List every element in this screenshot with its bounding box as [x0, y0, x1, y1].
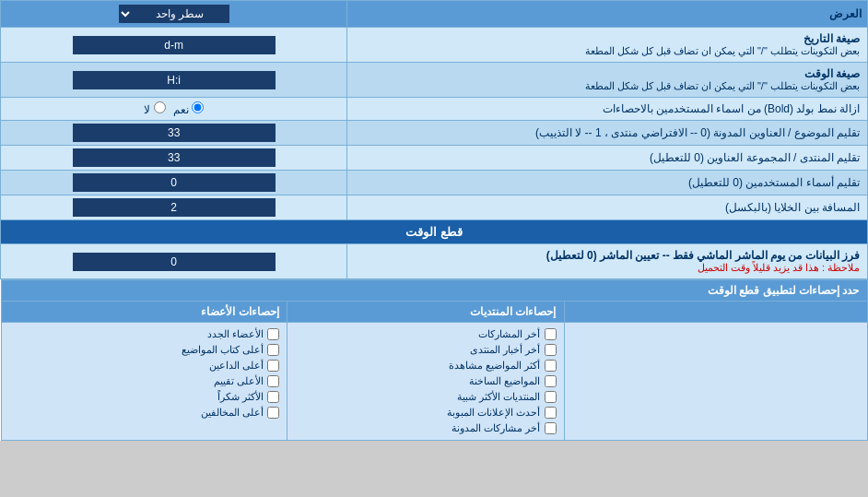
time-format-title: صيغة الوقت [355, 67, 860, 80]
check-most-viewed[interactable] [545, 360, 557, 372]
radio-no-label: لا [144, 101, 165, 116]
display-select[interactable]: سطر واحد سطران ثلاثة أسطر [119, 5, 229, 23]
check-last-posts[interactable] [545, 328, 557, 340]
cutoff-input[interactable] [73, 253, 276, 271]
radio-yes-label: نعم [173, 101, 204, 116]
bold-remove-radio-cell: نعم لا [1, 98, 347, 121]
check-item-5: المنتديات الأكثر شبية [295, 389, 557, 405]
check-last-blog-posts[interactable] [545, 422, 557, 434]
date-format-input[interactable] [73, 36, 276, 54]
check-top-inviters: أعلى الداعين [9, 358, 279, 373]
row-cell-spacing: المسافة بين الخلايا (بالبكسل) [1, 195, 868, 220]
check-latest-ads[interactable] [545, 407, 557, 419]
row-checkboxes-header: حدد إحصاءات لتطبيق قطع الوقت إحصاءات الم… [1, 279, 868, 442]
checkboxes-content-row: أخر المشاركات أخر أخبار المنتدى أكثر الم… [1, 323, 867, 441]
check-popular-forums[interactable] [545, 391, 557, 403]
check-top-inviters-input[interactable] [267, 360, 279, 372]
bold-remove-radio-group: نعم لا [6, 101, 342, 116]
check-top-violators-input[interactable] [267, 407, 279, 419]
checkboxes-title-left [564, 323, 867, 441]
check-top-topic-writers-input[interactable] [267, 344, 279, 356]
row-display: العرض سطر واحد سطران ثلاثة أسطر [1, 1, 868, 28]
date-format-label: صيغة التاريخ بعض التكوينات يتطلب "/" الت… [347, 28, 868, 63]
time-format-label: صيغة الوقت بعض التكوينات يتطلب "/" التي … [347, 63, 868, 98]
row-bold-remove: ازالة نمط بولد (Bold) من اسماء المستخدمي… [1, 98, 868, 121]
checkboxes-area: حدد إحصاءات لتطبيق قطع الوقت إحصاءات الم… [1, 279, 868, 442]
time-format-sublabel: بعض التكوينات يتطلب "/" التي يمكن ان تضا… [355, 80, 860, 92]
row-cutoff: فرز البيانات من يوم الماشر الماشي فقط --… [1, 244, 868, 279]
check-top-rated: الأعلى تقييم [9, 373, 279, 389]
cutoff-input-cell [1, 244, 347, 279]
radio-no[interactable] [154, 101, 166, 113]
bold-remove-label: ازالة نمط بولد (Bold) من اسماء المستخدمي… [347, 98, 868, 121]
cutoff-label: فرز البيانات من يوم الماشر الماشي فقط --… [347, 244, 868, 279]
time-format-input-cell [1, 63, 347, 98]
row-time-format: صيغة الوقت بعض التكوينات يتطلب "/" التي … [1, 63, 868, 98]
col1-checkboxes: أخر المشاركات أخر أخبار المنتدى أكثر الم… [287, 323, 564, 441]
check-item-6: أحدث الإعلانات المبوبة [295, 405, 557, 420]
trim-forum-input[interactable] [73, 148, 276, 167]
col2-checkboxes: الأعضاء الجدد أعلى كتاب المواضيع أعلى ال… [1, 323, 287, 441]
check-most-thanked-input[interactable] [267, 391, 279, 403]
checkboxes-section-title: حدد إحصاءات لتطبيق قطع الوقت [1, 280, 867, 302]
check-item-1: أخر المشاركات [295, 326, 557, 342]
row-trim-topic: تقليم الموضوع / العناوين المدونة (0 -- ا… [1, 121, 868, 146]
date-format-input-cell [1, 28, 347, 63]
display-select-cell: سطر واحد سطران ثلاثة أسطر [1, 1, 347, 28]
check-most-thanked: الأكثر شكراً [9, 389, 279, 405]
row-trim-forum: تقليم المنتدى / المجموعة العناوين (0 للت… [1, 146, 868, 171]
col3-header: إحصاءات الأعضاء [1, 302, 287, 323]
row-trim-users: تقليم أسماء المستخدمين (0 للتعطيل) [1, 171, 868, 195]
date-format-sublabel: بعض التكوينات يتطلب "/" التي يمكن ان تضا… [355, 45, 860, 57]
check-item-2: أخر أخبار المنتدى [295, 342, 557, 358]
row-date-format: صيغة التاريخ بعض التكوينات يتطلب "/" الت… [1, 28, 868, 63]
check-top-topic-writers: أعلى كتاب المواضيع [9, 342, 279, 358]
radio-yes[interactable] [192, 101, 204, 113]
date-format-title: صيغة التاريخ [355, 32, 860, 45]
trim-topic-input[interactable] [73, 124, 276, 142]
check-last-forum-news[interactable] [545, 344, 557, 356]
cutoff-main-label: فرز البيانات من يوم الماشر الماشي فقط --… [355, 249, 860, 262]
col2-header: إحصاءات المنتديات [287, 302, 564, 323]
check-top-violators: أعلى المخالفين [9, 405, 279, 420]
trim-forum-input-cell [1, 146, 347, 171]
section-cutoff-title: قطع الوقت [1, 220, 868, 244]
trim-topic-label: تقليم الموضوع / العناوين المدونة (0 -- ا… [347, 121, 868, 146]
col1-spacer [564, 302, 867, 323]
trim-users-label: تقليم أسماء المستخدمين (0 للتعطيل) [347, 171, 868, 195]
cell-spacing-input[interactable] [73, 198, 276, 217]
check-hot-topics[interactable] [545, 375, 557, 387]
trim-users-input-cell [1, 171, 347, 195]
check-item-3: أكثر المواضيع مشاهدة [295, 358, 557, 373]
checkboxes-title-row: حدد إحصاءات لتطبيق قطع الوقت [1, 280, 867, 302]
check-new-members-input[interactable] [267, 328, 279, 340]
section-cutoff-header: قطع الوقت [1, 220, 868, 244]
cell-spacing-input-cell [1, 195, 347, 220]
check-item-7: أخر مشاركات المدونة [295, 420, 557, 436]
cutoff-note: ملاحظة : هذا قد يزيد قليلاً وقت التحميل [355, 262, 860, 274]
trim-topic-input-cell [1, 121, 347, 146]
check-item-4: المواضيع الساخنة [295, 373, 557, 389]
time-format-input[interactable] [73, 71, 276, 89]
trim-forum-label: تقليم المنتدى / المجموعة العناوين (0 للت… [347, 146, 868, 171]
cell-spacing-label: المسافة بين الخلايا (بالبكسل) [347, 195, 868, 220]
display-label: العرض [347, 1, 868, 28]
checkboxes-headers-row: إحصاءات المنتديات إحصاءات الأعضاء [1, 302, 867, 323]
check-new-members: الأعضاء الجدد [9, 326, 279, 342]
check-top-rated-input[interactable] [267, 375, 279, 387]
trim-users-input[interactable] [73, 173, 276, 192]
